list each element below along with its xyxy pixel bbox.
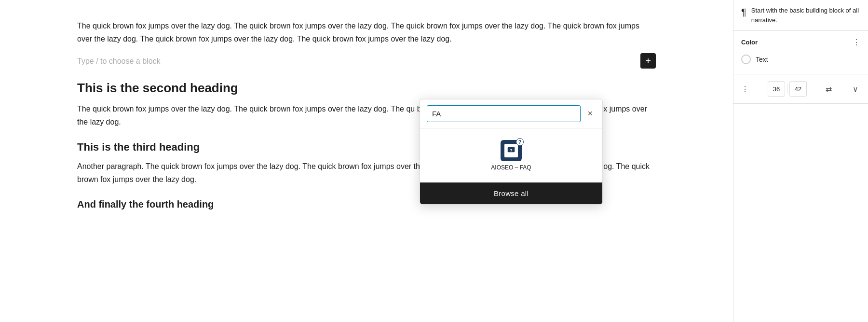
editor-content: The quick brown fox jumps over the lazy … [0, 0, 733, 322]
block-result-label: AIOSEO – FAQ [491, 164, 531, 171]
block-result-icon: ? ? [501, 140, 522, 161]
browse-all-button[interactable]: Browse all [420, 182, 602, 204]
block-placeholder-text[interactable]: Type / to choose a block [77, 55, 161, 68]
svg-text:?: ? [510, 148, 513, 153]
font-size-controls: 36 42 [768, 81, 807, 97]
color-label-text: Text [756, 56, 768, 63]
sidebar-block-info: ¶ Start with the basic building block of… [733, 0, 868, 31]
font-size-36-button[interactable]: 36 [768, 81, 785, 97]
block-icon-badge: ? [516, 138, 524, 146]
font-size-42-button[interactable]: 42 [789, 81, 807, 97]
block-picker-popup: × ? ? AIOSEO – FAQ Bro [420, 99, 603, 205]
sidebar-color-section: Color ⋮ Text [733, 31, 868, 74]
sidebar-empty-area [733, 104, 868, 322]
paragraph-icon: ¶ [741, 7, 746, 18]
sidebar-color-header: Color ⋮ [741, 38, 860, 47]
block-picker-clear-button[interactable]: × [584, 108, 596, 120]
font-size-divider [787, 84, 787, 94]
block-result-aioseo-faq[interactable]: ? ? AIOSEO – FAQ [485, 136, 537, 175]
sidebar-color-title: Color [741, 39, 758, 46]
paragraph-1[interactable]: The quick brown fox jumps over the lazy … [77, 19, 656, 45]
typography-menu-button[interactable]: ⋮ [741, 84, 749, 94]
block-placeholder-row: Type / to choose a block + [77, 53, 656, 69]
collapse-button[interactable]: ∨ [851, 83, 860, 96]
add-block-button[interactable]: + [640, 53, 656, 69]
sidebar-typography-section: ⋮ 36 42 ⇄ ∨ [733, 74, 868, 104]
heading-2[interactable]: This is the second heading [77, 80, 656, 97]
sidebar-color-menu-button[interactable]: ⋮ [853, 38, 860, 47]
block-picker-search-area: × [420, 99, 602, 128]
sidebar-description: Start with the basic building block of a… [751, 6, 860, 25]
block-icon-inner: ? [504, 144, 518, 157]
block-picker-results: ? ? AIOSEO – FAQ [420, 128, 602, 182]
sidebar-typography-row: ⋮ 36 42 ⇄ ∨ [741, 81, 860, 97]
right-sidebar: ¶ Start with the basic building block of… [733, 0, 868, 322]
filter-icon-button[interactable]: ⇄ [826, 84, 832, 94]
color-option-text: Text [741, 52, 860, 67]
block-picker-input[interactable] [427, 105, 581, 122]
editor-area: The quick brown fox jumps over the lazy … [0, 0, 733, 322]
color-radio-text[interactable] [741, 55, 751, 64]
